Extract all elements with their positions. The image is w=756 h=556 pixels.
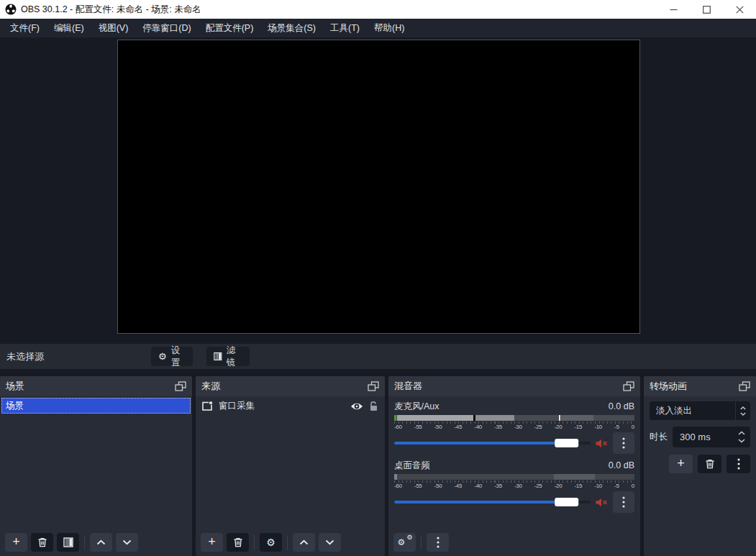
menu-profile[interactable]: 配置文件(P) <box>199 19 261 37</box>
source-filters-button[interactable]: 滤镜 <box>206 347 250 366</box>
sources-panel-header[interactable]: 来源 <box>196 376 385 396</box>
trash-icon <box>233 537 243 547</box>
scene-up-button[interactable] <box>90 533 112 552</box>
lock-open-icon[interactable] <box>369 401 378 411</box>
transition-duration-spinner[interactable]: 300 ms <box>673 427 750 447</box>
scene-filters-button[interactable] <box>57 533 79 552</box>
source-context-bar: 未选择源 ⚙ 设置 滤镜 <box>0 344 756 369</box>
meter-scale-label: -60 <box>394 483 402 489</box>
chevron-up-icon <box>740 406 746 410</box>
muted-speaker-icon[interactable] <box>596 439 608 448</box>
meter-scale-label: -10 <box>594 424 602 430</box>
mixer-toolbar: ⚙⚙ <box>388 532 640 556</box>
popout-icon[interactable] <box>623 381 634 391</box>
popout-icon[interactable] <box>368 381 379 391</box>
volume-slider-handle[interactable] <box>555 439 578 447</box>
volume-slider[interactable] <box>394 497 591 507</box>
sources-panel: 来源 窗口采集 <box>196 376 385 556</box>
remove-scene-button[interactable] <box>31 533 53 552</box>
preview-canvas[interactable] <box>117 40 640 334</box>
menu-edit[interactable]: 编辑(E) <box>47 19 91 37</box>
minimize-icon <box>670 6 678 14</box>
popout-icon[interactable] <box>739 381 750 391</box>
menu-file[interactable]: 文件(F) <box>3 19 47 37</box>
scenes-panel-header[interactable]: 场景 <box>0 376 192 396</box>
meter-scale-label: -50 <box>434 424 442 430</box>
toolbar-separator <box>287 535 288 550</box>
transition-menu-button[interactable] <box>727 455 750 473</box>
source-list-item[interactable]: 窗口采集 <box>196 396 385 416</box>
dock-area: 场景 场景 + 来源 <box>0 376 756 556</box>
trash-icon <box>37 537 47 547</box>
transitions-panel-header[interactable]: 转场动画 <box>644 376 756 396</box>
source-name: 窗口采集 <box>219 400 255 412</box>
sources-panel-title: 来源 <box>201 380 220 393</box>
minimize-button[interactable] <box>657 0 690 19</box>
meter-scale-label: -35 <box>494 483 502 489</box>
advanced-audio-button[interactable]: ⚙⚙ <box>393 533 416 552</box>
muted-speaker-icon[interactable] <box>596 498 608 507</box>
source-properties-button[interactable]: ⚙ <box>260 533 282 552</box>
audio-mixer-panel: 混音器 麦克风/Aux 0.0 dB <box>388 376 640 556</box>
menu-view[interactable]: 视图(V) <box>91 19 136 37</box>
mixer-panel-header[interactable]: 混音器 <box>388 376 640 396</box>
volume-slider[interactable] <box>394 438 591 448</box>
channel-menu-button[interactable] <box>613 491 634 513</box>
transition-select[interactable]: 淡入淡出 <box>650 401 750 420</box>
toolbar-separator <box>254 535 255 550</box>
menu-tools[interactable]: 工具(T) <box>323 19 367 37</box>
volume-slider-handle[interactable] <box>555 498 578 506</box>
remove-transition-button[interactable] <box>698 455 721 473</box>
add-source-button[interactable]: + <box>201 533 223 552</box>
menu-docks[interactable]: 停靠窗口(D) <box>135 19 198 37</box>
meter-scale-label: -30 <box>514 483 522 489</box>
chevron-down-icon <box>325 539 334 545</box>
source-properties-button[interactable]: ⚙ 设置 <box>151 347 193 366</box>
visibility-eye-icon[interactable] <box>350 402 363 411</box>
meter-scale-label: 0 <box>632 424 634 430</box>
close-button[interactable] <box>723 0 756 19</box>
add-scene-button[interactable]: + <box>5 533 27 552</box>
window-controls <box>657 0 756 19</box>
menu-scene-collection[interactable]: 场景集合(S) <box>260 19 323 37</box>
close-icon <box>736 6 744 14</box>
source-filters-label: 滤镜 <box>227 345 242 369</box>
mixer-channel-desktop: 桌面音频 0.0 dB -60-55-50-45-40-35-30-25-20-… <box>394 460 634 513</box>
meter-scale-label: -20 <box>555 424 563 430</box>
scene-down-button[interactable] <box>116 533 138 552</box>
meter-scale-label: -45 <box>454 424 462 430</box>
chevron-up-icon <box>738 431 745 435</box>
volume-meter <box>394 474 634 480</box>
source-up-button[interactable] <box>293 533 315 552</box>
channel-menu-button[interactable] <box>613 432 634 454</box>
meter-scale-labels: -60-55-50-45-40-35-30-25-20-15-10-50 <box>394 424 634 430</box>
filter-icon <box>214 352 222 361</box>
meter-scale-label: -20 <box>555 483 563 489</box>
spinner-arrows[interactable] <box>734 431 750 443</box>
add-transition-button[interactable]: + <box>669 455 693 473</box>
transitions-panel: 转场动画 淡入淡出 时长 300 ms <box>644 376 756 556</box>
menubar: 文件(F) 编辑(E) 视图(V) 停靠窗口(D) 配置文件(P) 场景集合(S… <box>0 19 756 37</box>
vertical-dots-icon <box>622 496 625 508</box>
scene-list-item[interactable]: 场景 <box>1 398 191 414</box>
volume-meter <box>394 415 634 421</box>
meter-scale-label: -40 <box>474 483 482 489</box>
transition-selected-value: 淡入淡出 <box>650 405 692 417</box>
filter-icon <box>63 537 73 547</box>
vertical-dots-icon <box>737 458 740 470</box>
plus-icon: + <box>12 535 20 548</box>
remove-source-button[interactable] <box>227 533 249 552</box>
channel-db-value: 0.0 dB <box>609 401 634 411</box>
meter-scale-label: -30 <box>514 424 522 430</box>
source-list: 窗口采集 <box>196 396 385 532</box>
mixer-channel-mic: 麦克风/Aux 0.0 dB -60-55-50-45-40-35-30-25-… <box>394 401 634 454</box>
chevron-up-icon <box>96 539 106 545</box>
meter-scale-label: -60 <box>394 424 402 430</box>
mixer-menu-button[interactable] <box>427 533 449 552</box>
source-down-button[interactable] <box>319 533 341 552</box>
menu-help[interactable]: 帮助(H) <box>367 19 411 37</box>
popout-icon[interactable] <box>175 381 186 391</box>
meter-scale-label: -55 <box>414 424 422 430</box>
maximize-button[interactable] <box>690 0 723 19</box>
channel-name: 麦克风/Aux <box>394 401 440 413</box>
